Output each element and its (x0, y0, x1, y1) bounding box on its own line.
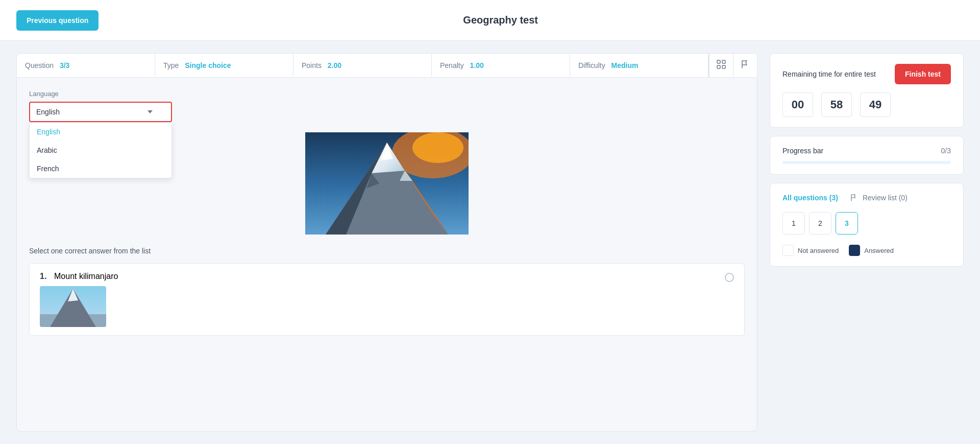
language-section: Language English English Arabic French (29, 90, 745, 122)
answer-option-header: 1. Mount kilimanjaro (40, 272, 719, 281)
meta-type-value: Single choice (185, 61, 231, 69)
progress-card: Progress bar 0/3 (770, 136, 964, 175)
progress-label: Progress bar (782, 147, 823, 155)
meta-difficulty-label: Difficulty (578, 61, 605, 69)
meta-question-label: Question (25, 61, 54, 69)
timer-minutes: 58 (821, 92, 852, 117)
tab-all-questions-label: All questions (3) (782, 194, 838, 202)
meta-bar: Question 3/3 Type Single choice Points 2… (16, 53, 757, 78)
meta-points-label: Points (302, 61, 322, 69)
meta-penalty-label: Penalty (440, 61, 464, 69)
meta-icons (708, 54, 757, 77)
svg-rect-0 (717, 60, 720, 63)
language-option-arabic[interactable]: Arabic (30, 141, 172, 159)
language-select-display[interactable]: English (29, 102, 172, 122)
timer-card: Remaining time for entire test Finish te… (770, 53, 964, 128)
meta-penalty-value: 1.00 (470, 61, 484, 69)
answer-thumbnail (40, 286, 106, 327)
mountain-image (305, 132, 469, 235)
language-selected-value: English (36, 108, 60, 116)
progress-bar-track (782, 161, 951, 164)
tab-review-list[interactable]: Review list (0) (850, 194, 908, 202)
language-option-english[interactable]: English (30, 123, 172, 141)
answer-option-1[interactable]: 1. Mount kilimanjaro (29, 263, 745, 336)
chevron-down-icon (148, 110, 153, 113)
legend-answered-label: Answered (864, 247, 894, 254)
meta-points-value: 2.00 (328, 61, 341, 69)
flag-button[interactable] (733, 54, 757, 77)
question-numbers: 1 2 3 (782, 212, 951, 235)
left-panel: Question 3/3 Type Single choice Points 2… (16, 53, 757, 432)
meta-type-label: Type (163, 61, 179, 69)
timer-seconds: 49 (860, 92, 891, 117)
timer-hours: 00 (782, 92, 813, 117)
meta-difficulty: Difficulty Medium (570, 54, 708, 77)
language-select-wrapper: English English Arabic French (29, 102, 172, 122)
question-number-btn-3[interactable]: 3 (836, 212, 858, 235)
right-panel: Remaining time for entire test Finish te… (770, 53, 964, 432)
legend: Not answered Answered (782, 245, 951, 256)
meta-question: Question 3/3 (17, 54, 155, 77)
questions-nav-card: All questions (3) Review list (0) 1 2 3 … (770, 183, 964, 267)
legend-answered: Answered (849, 245, 894, 256)
tab-all-questions[interactable]: All questions (3) (782, 194, 838, 202)
svg-rect-3 (722, 65, 725, 68)
language-label: Language (29, 90, 745, 98)
tab-review-list-label: Review list (0) (863, 194, 908, 202)
timer-display: 00 58 49 (782, 92, 951, 117)
meta-type: Type Single choice (155, 54, 293, 77)
legend-not-answered-box (782, 245, 794, 256)
language-dropdown: English Arabic French (29, 122, 172, 178)
legend-not-answered-label: Not answered (798, 247, 839, 254)
top-bar: Previous question Geography test (0, 0, 980, 41)
legend-not-answered: Not answered (782, 245, 839, 256)
progress-count: 0/3 (941, 147, 951, 155)
answer-option-number: 1. (40, 272, 50, 281)
meta-penalty: Penalty 1.00 (432, 54, 570, 77)
meta-difficulty-value: Medium (611, 61, 639, 69)
language-option-french[interactable]: French (30, 159, 172, 178)
answer-instruction: Select one correct answer from the list (29, 247, 745, 255)
main-content: Question 3/3 Type Single choice Points 2… (0, 41, 980, 444)
svg-rect-1 (722, 60, 725, 63)
meta-points: Points 2.00 (293, 54, 432, 77)
legend-answered-box (849, 245, 860, 256)
answer-option-content: 1. Mount kilimanjaro (40, 272, 719, 327)
svg-rect-2 (717, 65, 720, 68)
timer-header: Remaining time for entire test Finish te… (782, 64, 951, 84)
test-title: Geography test (463, 14, 538, 26)
progress-header: Progress bar 0/3 (782, 147, 951, 155)
question-number-btn-2[interactable]: 2 (809, 212, 831, 235)
nav-tabs: All questions (3) Review list (0) (782, 194, 951, 202)
svg-point-6 (412, 132, 463, 163)
meta-question-value: 3/3 (60, 61, 69, 69)
prev-question-button[interactable]: Previous question (16, 10, 99, 31)
answer-option-label: Mount kilimanjaro (54, 272, 118, 281)
question-body: Language English English Arabic French (16, 78, 757, 432)
question-number-btn-1[interactable]: 1 (782, 212, 805, 235)
grid-view-button[interactable] (709, 54, 733, 77)
finish-test-button[interactable]: Finish test (895, 64, 951, 84)
radio-button-1[interactable] (725, 273, 734, 282)
flag-review-icon (850, 194, 857, 201)
timer-label: Remaining time for entire test (782, 70, 876, 78)
